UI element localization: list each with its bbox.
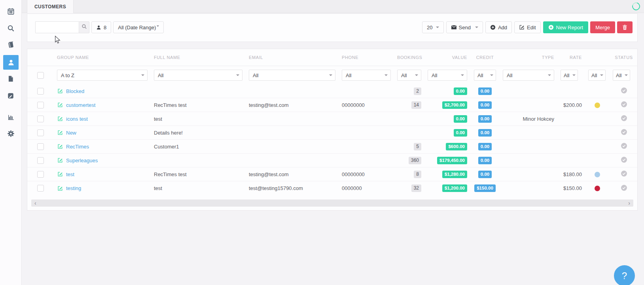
row-edit-icon[interactable] <box>57 130 63 135</box>
search-button[interactable] <box>79 21 89 33</box>
tab-bar: CUSTOMERS <box>22 0 644 13</box>
col-header-email[interactable]: EMAIL <box>246 55 339 60</box>
filter-bookings[interactable]: All <box>397 70 421 81</box>
filter-phone[interactable]: All <box>342 70 391 81</box>
col-header-group-name[interactable]: GROUP NAME <box>54 55 151 60</box>
row-checkbox[interactable] <box>37 171 44 178</box>
bookings-badge: 32 <box>411 184 421 192</box>
row-checkbox[interactable] <box>37 116 44 122</box>
rate-cell: $200.00 <box>557 102 585 108</box>
help-button[interactable]: ? <box>614 265 635 285</box>
select-all-checkbox[interactable] <box>37 72 44 79</box>
bookings-cell: 8 <box>394 171 424 178</box>
sidebar-item-customers[interactable] <box>3 55 19 70</box>
group-name-link[interactable]: icons test <box>66 116 88 122</box>
add-button[interactable]: Add <box>485 21 512 33</box>
col-header-credit[interactable]: CREDIT <box>470 55 500 60</box>
col-header-full-name[interactable]: FULL NAME <box>151 55 246 60</box>
search-icon <box>7 25 15 32</box>
filter-credit[interactable]: All <box>474 70 496 81</box>
search-icon <box>81 24 87 31</box>
edit-button[interactable]: Edit <box>514 21 540 33</box>
row-edit-icon[interactable] <box>57 88 63 94</box>
book-icon <box>7 41 15 49</box>
filter-colour[interactable]: All <box>588 70 606 81</box>
col-header-rate[interactable]: RATE <box>557 55 585 60</box>
filter-type[interactable]: All <box>503 70 554 81</box>
filter-group-name[interactable]: A to Z <box>57 70 148 81</box>
group-name-link[interactable]: customertest <box>66 102 95 108</box>
merge-button[interactable]: Merge <box>590 21 615 33</box>
filter-value[interactable]: All <box>428 70 467 81</box>
filter-full-name[interactable]: All <box>154 70 242 81</box>
sidebar-item-documents[interactable] <box>5 73 16 84</box>
row-edit-icon[interactable] <box>57 158 63 163</box>
tab-customers[interactable]: CUSTOMERS <box>27 0 74 13</box>
filter-email[interactable]: All <box>249 70 335 81</box>
horizontal-scrollbar[interactable]: ‹ › <box>31 200 633 207</box>
row-checkbox[interactable] <box>37 129 44 136</box>
row-checkbox[interactable] <box>37 88 44 95</box>
new-report-button[interactable]: New Report <box>543 21 589 33</box>
group-name-link[interactable]: Blocked <box>66 88 84 94</box>
bookings-badge: 360 <box>409 157 421 164</box>
date-range-dropdown[interactable]: All (Date Range) <box>113 21 164 33</box>
col-header-value[interactable]: VALUE <box>424 55 470 60</box>
sidebar <box>0 0 22 285</box>
new-report-label: New Report <box>556 25 583 30</box>
chevron-left-icon[interactable]: ‹ <box>34 200 36 206</box>
sidebar-item-calendar[interactable] <box>5 6 16 17</box>
bookings-cell: 2 <box>394 87 424 95</box>
col-header-bookings[interactable]: BOOKINGS <box>394 55 424 60</box>
chevron-right-icon[interactable]: › <box>628 200 630 206</box>
page-size-dropdown[interactable]: 20 <box>422 21 443 33</box>
chevron-down-icon <box>461 74 464 76</box>
send-dropdown-button[interactable]: Send <box>446 21 483 33</box>
delete-button[interactable] <box>617 21 633 33</box>
row-edit-icon[interactable] <box>57 144 63 149</box>
col-header-type[interactable]: TYPE <box>500 55 557 60</box>
col-header-phone[interactable]: PHONE <box>339 55 394 60</box>
sidebar-item-reports[interactable] <box>5 112 16 123</box>
row-checkbox[interactable] <box>37 157 44 164</box>
sidebar-item-search[interactable] <box>5 23 16 34</box>
group-name-link[interactable]: RecTimes <box>66 144 89 150</box>
sidebar-item-notes[interactable] <box>5 90 16 101</box>
sidebar-item-settings[interactable] <box>5 128 16 139</box>
full-name-cell: RecTimes test <box>151 171 246 177</box>
row-checkbox[interactable] <box>37 102 44 108</box>
filter-status[interactable]: All <box>613 70 630 81</box>
group-name-link[interactable]: test <box>66 171 74 177</box>
table-row: RecTimesCustomer15$600.000.00 <box>27 140 637 154</box>
add-label: Add <box>498 25 507 30</box>
row-edit-icon[interactable] <box>57 186 63 191</box>
row-edit-icon[interactable] <box>57 116 63 122</box>
pencil-icon <box>7 92 14 99</box>
group-name-link[interactable]: Superleagues <box>66 158 98 163</box>
row-checkbox-cell <box>27 171 54 178</box>
row-checkbox[interactable] <box>37 185 44 192</box>
merge-label: Merge <box>595 25 610 30</box>
filter-rate[interactable]: All <box>561 70 578 81</box>
send-label: Send <box>459 25 471 30</box>
credit-badge: 0.00 <box>478 143 492 150</box>
sidebar-item-book[interactable] <box>5 39 16 50</box>
row-checkbox[interactable] <box>37 143 44 150</box>
row-edit-icon[interactable] <box>57 171 63 177</box>
table-filter-row: A to Z All All All All All All All All A… <box>27 66 637 84</box>
search-input[interactable] <box>35 21 79 33</box>
table-row: testRecTimes testtesting@test.com0000000… <box>27 167 637 181</box>
customer-count-button[interactable]: 8 <box>91 21 111 33</box>
status-cell <box>610 115 638 123</box>
chevron-down-icon <box>141 74 144 76</box>
group-name-link[interactable]: New <box>66 130 76 136</box>
row-checkbox-cell <box>27 129 54 136</box>
group-name-cell: icons test <box>54 116 151 122</box>
plus-circle-icon <box>490 25 496 30</box>
group-name-link[interactable]: testing <box>66 185 81 191</box>
row-edit-icon[interactable] <box>57 102 63 108</box>
credit-badge: 0.00 <box>478 171 492 178</box>
col-header-status[interactable]: STATUS <box>610 55 638 60</box>
group-name-cell: test <box>54 171 151 177</box>
chevron-down-icon <box>415 74 418 76</box>
